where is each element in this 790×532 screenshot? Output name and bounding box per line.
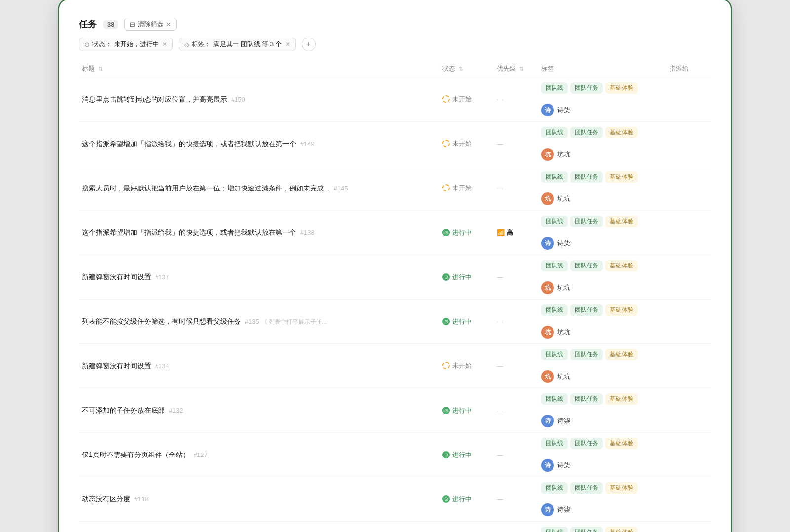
tag-chip[interactable]: 团队线 [541,527,568,532]
task-title[interactable]: 消息里点击跳转到动态的对应位置，并高亮展示 [82,95,227,103]
issue-number: #138 [300,229,315,236]
close-icon: ✕ [166,21,171,28]
table-row[interactable]: 仅1页时不需要有分页组件（全站） #127 ⊙ 进行中 —团队线团队任务基础体验… [79,433,711,477]
tag-chip[interactable]: 团队线 [541,349,568,360]
tag-chip[interactable]: 基础体验 [605,127,638,138]
tag-chip[interactable]: 团队任务 [570,438,603,449]
tag-chip[interactable]: 团队任务 [570,216,603,227]
task-table: 标题 ⇅ 状态 ⇅ 优先级 ⇅ 标签 指派给 消息里点击跳转到动态的对应位置，并… [79,60,711,532]
priority-dash: — [497,96,503,103]
assignee-name: 坑坑 [557,194,570,203]
col-title: 标题 ⇅ [79,60,439,77]
tag-chip[interactable]: 团队任务 [570,82,603,94]
tag-chip[interactable]: 团队线 [541,127,568,138]
add-filter-button[interactable]: + [302,38,316,51]
tag-filter-chip[interactable]: ◇ 标签： 满足其一 团队线 等 3 个 ✕ [179,38,296,51]
assignee-cell: 诗 诗柒 [538,410,667,432]
assignee-name: 诗柒 [557,417,570,425]
tag-chip[interactable]: 团队线 [541,171,568,183]
tag-chip[interactable]: 团队任务 [570,527,603,532]
table-row[interactable]: 搜索人员时，最好默认把当前用户放在第一位；增加快速过滤条件，例如未完成... #… [79,166,711,211]
task-title[interactable]: 不可添加的子任务放在底部 [82,406,165,414]
tag-chip[interactable]: 团队任务 [570,127,603,138]
tag-chip[interactable]: 团队任务 [570,260,603,271]
tag-chip[interactable]: 团队线 [541,260,568,271]
title-cell: 新建弹窗没有时间设置 #134 [79,344,439,388]
task-title[interactable]: 动态没有区分度 [82,495,130,503]
header-row: 任务 38 ⊟ 清除筛选 ✕ [79,18,711,31]
tags-cell: 团队线团队任务基础体验 [538,122,667,143]
status-dot: ⊙ [442,273,450,281]
title-cell: 动态没有区分度 #118 [79,477,439,522]
assignee-cell: 坑 坑坑 [538,188,667,210]
tag-chip[interactable]: 基础体验 [605,349,638,360]
tag-chip[interactable]: 团队线 [541,216,568,227]
table-row[interactable]: 新建弹窗没有时间设置 #137 ⊙ 进行中 —团队线团队任务基础体验 坑 坑坑 [79,255,711,300]
avatar: 坑 [541,192,554,205]
priority-dash: — [497,318,503,325]
tag-chip[interactable]: 团队任务 [570,482,603,494]
status-label: 未开始 [452,361,472,370]
assignee-name: 坑坑 [557,150,570,159]
status-filter-close-icon[interactable]: ✕ [162,41,167,48]
avatar: 坑 [541,326,554,339]
tags-cell: 团队线团队任务基础体验 [538,344,667,365]
table-row[interactable]: 新建弹窗里标签展示样式优化 #115 未开始 —团队线团队任务基础体验 诗 诗柒 [79,522,711,532]
tag-chip[interactable]: 团队线 [541,482,568,494]
task-title[interactable]: 新建弹窗没有时间设置 [82,362,151,370]
assignee-name: 诗柒 [557,106,570,114]
task-title[interactable]: 列表能不能按父级任务筛选，有时候只想看父级任务 [82,317,241,325]
priority-cell: — [494,388,538,433]
avatar: 诗 [541,237,554,250]
task-title[interactable]: 新建弹窗没有时间设置 [82,273,151,281]
status-dot [442,95,450,103]
task-title[interactable]: 仅1页时不需要有分页组件（全站） [82,451,190,458]
table-row[interactable]: 动态没有区分度 #118 ⊙ 进行中 —团队线团队任务基础体验 诗 诗柒 [79,477,711,522]
tag-chip[interactable]: 团队线 [541,82,568,94]
tag-chip[interactable]: 团队任务 [570,304,603,316]
tag-chip[interactable]: 基础体验 [605,438,638,449]
tag-chip[interactable]: 团队任务 [570,171,603,183]
clear-filter-button[interactable]: ⊟ 清除筛选 ✕ [124,18,177,31]
table-row[interactable]: 这个指派希望增加「指派给我」的快捷选项，或者把我默认放在第一个 #138 ⊙ 进… [79,211,711,255]
tag-filter-close-icon[interactable]: ✕ [285,41,290,48]
tags-cell: 团队线团队任务基础体验 [538,522,667,532]
tag-chip[interactable]: 团队线 [541,438,568,449]
task-title[interactable]: 这个指派希望增加「指派给我」的快捷选项，或者把我默认放在第一个 [82,228,296,236]
sort-icon[interactable]: ⇅ [98,66,103,72]
task-title[interactable]: 搜索人员时，最好默认把当前用户放在第一位；增加快速过滤条件，例如未完成... [82,184,330,192]
table-row[interactable]: 不可添加的子任务放在底部 #132 ⊙ 进行中 —团队线团队任务基础体验 诗 诗… [79,388,711,433]
task-title[interactable]: 这个指派希望增加「指派给我」的快捷选项，或者把我默认放在第一个 [82,140,296,148]
tag-chip[interactable]: 团队线 [541,393,568,405]
tag-chip[interactable]: 基础体验 [605,304,638,316]
tag-chip[interactable]: 团队任务 [570,349,603,360]
tag-chip[interactable]: 基础体验 [605,527,638,532]
table-row[interactable]: 新建弹窗没有时间设置 #134 未开始 —团队线团队任务基础体验 坑 坑坑 [79,344,711,388]
status-label: 未开始 [452,95,472,104]
sort-icon[interactable]: ⇅ [459,66,463,72]
priority-dash: — [497,273,503,281]
tag-chip[interactable]: 团队线 [541,304,568,316]
title-cell: 仅1页时不需要有分页组件（全站） #127 [79,433,439,477]
task-table-wrapper: 标题 ⇅ 状态 ⇅ 优先级 ⇅ 标签 指派给 消息里点击跳转到动态的对应位置，并… [79,60,711,532]
tag-chip[interactable]: 基础体验 [605,171,638,183]
status-cell: ⊙ 进行中 [439,388,494,433]
priority-cell: — [494,522,538,532]
tag-chip[interactable]: 基础体验 [605,482,638,494]
sort-icon[interactable]: ⇅ [519,66,524,72]
table-row[interactable]: 消息里点击跳转到动态的对应位置，并高亮展示 #150 未开始 —团队线团队任务基… [79,77,711,122]
table-row[interactable]: 这个指派希望增加「指派给我」的快捷选项，或者把我默认放在第一个 #149 未开始… [79,122,711,166]
title-cell: 新建弹窗没有时间设置 #137 [79,255,439,300]
priority-dash: — [497,362,503,370]
tag-chip[interactable]: 基础体验 [605,260,638,271]
status-filter-chip[interactable]: ⊙ 状态： 未开始，进行中 ✕ [79,38,173,51]
tag-chip[interactable]: 基础体验 [605,82,638,94]
tag-chip[interactable]: 团队任务 [570,393,603,405]
tag-chip[interactable]: 基础体验 [605,216,638,227]
table-row[interactable]: 列表能不能按父级任务筛选，有时候只想看父级任务 #135 《 列表中打平展示子任… [79,300,711,344]
clear-filter-label: 清除筛选 [138,20,163,29]
issue-number: #134 [155,362,169,370]
tag-chip[interactable]: 基础体验 [605,393,638,405]
assignee-name: 坑坑 [557,328,570,337]
assignee-cell: 坑 坑坑 [538,276,667,299]
